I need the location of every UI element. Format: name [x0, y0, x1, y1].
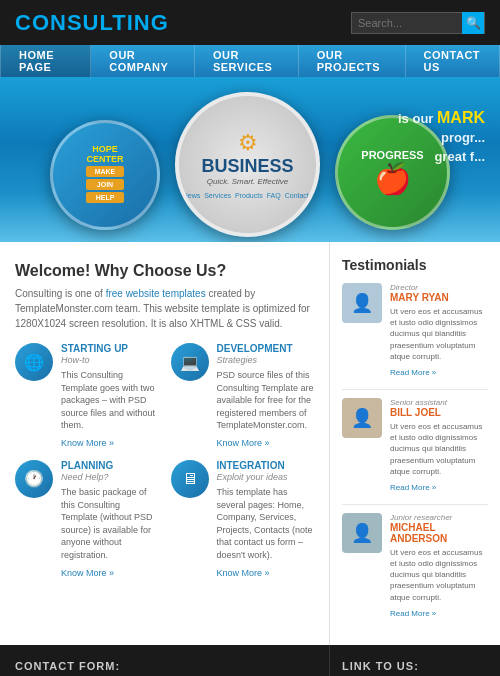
search-box[interactable]: 🔍 — [351, 12, 485, 34]
testimonial-role-2: Junior researcher — [390, 513, 488, 522]
logo-highlight: C — [15, 10, 32, 35]
welcome-text: Consulting is one of free website templa… — [15, 286, 314, 331]
feature-integration: 🖥 INTEGRATION Exploit your ideas This te… — [171, 460, 315, 578]
nav-item-home[interactable]: HOME PAGE — [0, 45, 91, 77]
testimonial-avatar-2: 👤 — [342, 513, 382, 553]
feature-link-planning[interactable]: Know More » — [61, 568, 114, 578]
circle-left-btn-join[interactable]: JOIN — [86, 179, 123, 190]
testimonial-0: 👤 Director MARY RYAN Ut vero eos et accu… — [342, 283, 488, 377]
feature-text-planning: PLANNING Need Help? The basic package of… — [61, 460, 159, 578]
testimonial-role-1: Senior assistant — [390, 398, 488, 407]
footer-left: CONTACT FORM: Clear Send — [0, 645, 330, 676]
feature-subtitle-starting: How-to — [61, 355, 159, 365]
testimonial-1: 👤 Senior assistant BILL JOEL Ut vero eos… — [342, 398, 488, 492]
feature-icon-integration: 🖥 — [171, 460, 209, 498]
testimonial-text-1: Ut vero eos et accusamus et iusto odio d… — [390, 421, 488, 477]
feature-development: 💻 DEVELOPMENT Strategies PSD source file… — [171, 343, 315, 448]
logo: CONSULTING — [15, 10, 169, 36]
search-input[interactable] — [352, 17, 462, 29]
testimonial-content-2: Junior researcher MICHAEL ANDERSON Ut ve… — [390, 513, 488, 618]
feature-title-development: DEVELOPMENT — [217, 343, 315, 354]
divider-1 — [342, 389, 488, 390]
nav-item-services[interactable]: OUR SERVICES — [195, 45, 299, 77]
feature-desc-development: PSD source files of this Consulting Temp… — [217, 369, 315, 432]
header: CONSULTING 🔍 — [0, 0, 500, 45]
testimonial-text-0: Ut vero eos et accusamus et iusto odio d… — [390, 306, 488, 362]
feature-text-integration: INTEGRATION Exploit your ideas This temp… — [217, 460, 315, 578]
feature-link-integration[interactable]: Know More » — [217, 568, 270, 578]
feature-title-planning: PLANNING — [61, 460, 159, 471]
feature-link-starting[interactable]: Know More » — [61, 438, 114, 448]
feature-desc-starting: This Consulting Template goes with two p… — [61, 369, 159, 432]
side-text-line2: progr... — [398, 129, 485, 147]
content-left: Welcome! Why Choose Us? Consulting is on… — [0, 242, 330, 645]
hero-circle-center: ⚙ BUSINESS Quick. Smart. Effective News … — [175, 92, 320, 237]
feature-starting-up: 🌐 STARTING UP How-to This Consulting Tem… — [15, 343, 159, 448]
circle-left-btn-help[interactable]: HELP — [86, 192, 123, 203]
feature-desc-planning: The basic package of this Consulting Tem… — [61, 486, 159, 562]
features-grid: 🌐 STARTING UP How-to This Consulting Tem… — [15, 343, 314, 578]
gear-icon: ⚙ — [183, 130, 313, 156]
feature-subtitle-planning: Need Help? — [61, 472, 159, 482]
feature-link-development[interactable]: Know More » — [217, 438, 270, 448]
nav-item-projects[interactable]: OUR PROJECTS — [299, 45, 406, 77]
circle-center-subtitle: Quick. Smart. Effective — [183, 177, 313, 186]
nav-item-contact[interactable]: CONTACT US — [406, 45, 500, 77]
feature-subtitle-integration: Exploit your ideas — [217, 472, 315, 482]
testimonial-2: 👤 Junior researcher MICHAEL ANDERSON Ut … — [342, 513, 488, 618]
side-text-line1: is our MARK — [398, 107, 485, 129]
testimonial-name-0: MARY RYAN — [390, 292, 488, 303]
search-button[interactable]: 🔍 — [462, 12, 484, 34]
hero-section: HOPECENTER MAKE JOIN HELP ⚙ BUSINESS Qui… — [0, 77, 500, 242]
hero-circle-left: HOPECENTER MAKE JOIN HELP — [50, 120, 160, 230]
circle-left-title: HOPECENTER — [86, 144, 123, 164]
feature-icon-development: 💻 — [171, 343, 209, 381]
circle-left-content: HOPECENTER MAKE JOIN HELP — [78, 136, 131, 213]
circle-nav-services[interactable]: Services — [204, 192, 231, 199]
circle-nav-products[interactable]: Products — [235, 192, 263, 199]
nav-item-company[interactable]: OUR COMPANY — [91, 45, 195, 77]
circle-nav-faq[interactable]: FAQ — [267, 192, 281, 199]
circle-left-btn-make[interactable]: MAKE — [86, 166, 123, 177]
circle-nav-news[interactable]: News — [183, 192, 201, 199]
social-title: LINK TO US: — [342, 660, 488, 672]
feature-desc-integration: This template has several pages: Home, C… — [217, 486, 315, 562]
circle-center-title: BUSINESS — [183, 156, 313, 177]
testimonial-content-1: Senior assistant BILL JOEL Ut vero eos e… — [390, 398, 488, 492]
welcome-title: Welcome! Why Choose Us? — [15, 262, 314, 280]
testimonial-name-1: BILL JOEL — [390, 407, 488, 418]
main-content: Welcome! Why Choose Us? Consulting is on… — [0, 242, 500, 645]
testimonial-link-0[interactable]: Read More » — [390, 368, 436, 377]
side-text-line3: great f... — [398, 148, 485, 166]
feature-text-development: DEVELOPMENT Strategies PSD source files … — [217, 343, 315, 448]
feature-subtitle-development: Strategies — [217, 355, 315, 365]
feature-planning: 🕐 PLANNING Need Help? The basic package … — [15, 460, 159, 578]
circle-center-nav: News Services Products FAQ Contacts — [183, 192, 313, 199]
contact-form-title: CONTACT FORM: — [15, 660, 314, 672]
testimonial-link-2[interactable]: Read More » — [390, 609, 436, 618]
logo-rest: ONSULTING — [32, 10, 169, 35]
content-right: Testimonials 👤 Director MARY RYAN Ut ver… — [330, 242, 500, 645]
testimonial-avatar-0: 👤 — [342, 283, 382, 323]
footer-right: LINK TO US: f FACEBOOK t TWITTER p PICAS… — [330, 645, 500, 676]
free-templates-link[interactable]: free website templates — [106, 288, 206, 299]
footer: CONTACT FORM: Clear Send LINK TO US: f F… — [0, 645, 500, 676]
feature-title-integration: INTEGRATION — [217, 460, 315, 471]
testimonial-role-0: Director — [390, 283, 488, 292]
feature-text-starting: STARTING UP How-to This Consulting Templ… — [61, 343, 159, 448]
feature-icon-starting: 🌐 — [15, 343, 53, 381]
testimonial-avatar-1: 👤 — [342, 398, 382, 438]
circle-nav-contacts[interactable]: Contacts — [285, 192, 313, 199]
divider-2 — [342, 504, 488, 505]
testimonials-title: Testimonials — [342, 257, 488, 273]
testimonial-name-2: MICHAEL ANDERSON — [390, 522, 488, 544]
testimonial-text-2: Ut vero eos et accusamus et iusto odio d… — [390, 547, 488, 603]
feature-title-starting: STARTING UP — [61, 343, 159, 354]
hero-side-text: is our MARK progr... great f... — [398, 107, 485, 166]
feature-icon-planning: 🕐 — [15, 460, 53, 498]
circle-center-content: ⚙ BUSINESS Quick. Smart. Effective News … — [183, 130, 313, 199]
testimonial-link-1[interactable]: Read More » — [390, 483, 436, 492]
nav: HOME PAGE OUR COMPANY OUR SERVICES OUR P… — [0, 45, 500, 77]
testimonial-content-0: Director MARY RYAN Ut vero eos et accusa… — [390, 283, 488, 377]
